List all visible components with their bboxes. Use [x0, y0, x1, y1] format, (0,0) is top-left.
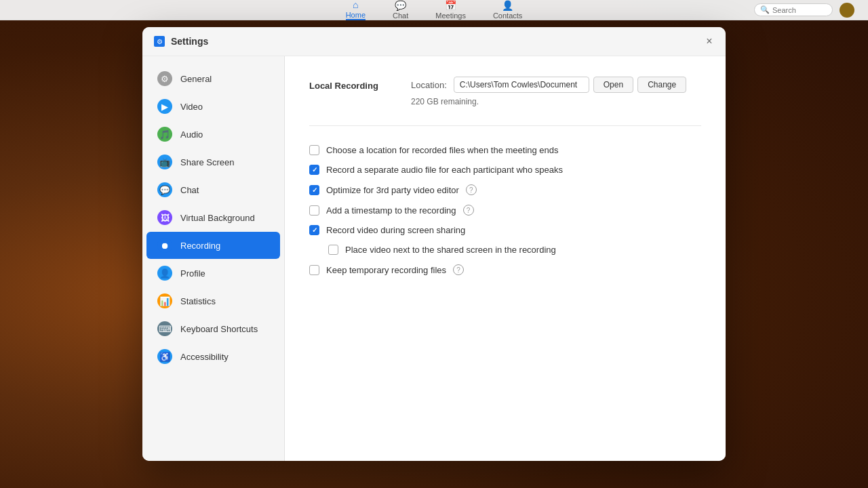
option-label-optimize-3rd-party: Optimize for 3rd party video editor: [326, 185, 459, 195]
settings-sidebar: ⚙General▶Video🎵Audio📺Share Screen💬Chat🖼V…: [142, 56, 285, 461]
checkbox-separate-audio[interactable]: [309, 165, 319, 175]
location-row: Location: Open Change 220 GB remaining.: [411, 77, 686, 106]
sidebar-label-virtual-background: Virtual Background: [180, 213, 255, 223]
settings-content: Local Recording Location: Open Change 22…: [285, 56, 726, 461]
location-input[interactable]: [454, 77, 589, 93]
sidebar-label-statistics: Statistics: [180, 296, 216, 306]
close-button[interactable]: ×: [703, 35, 716, 48]
option-label-choose-location: Choose a location for recorded files whe…: [326, 145, 559, 155]
option-row-place-video-next: Place video next to the shared screen in…: [328, 245, 701, 255]
sidebar-item-audio[interactable]: 🎵Audio: [146, 121, 280, 148]
settings-title-icon: ⚙: [153, 35, 165, 47]
sidebar-item-accessibility[interactable]: ♿Accessibility: [146, 343, 280, 370]
option-row-optimize-3rd-party: Optimize for 3rd party video editor?: [309, 184, 701, 195]
sidebar-item-share-screen[interactable]: 📺Share Screen: [146, 148, 280, 176]
option-row-record-during-sharing: Record video during screen sharing: [309, 225, 701, 235]
modal-title: Settings: [171, 36, 208, 47]
help-icon-optimize-3rd-party[interactable]: ?: [466, 184, 477, 195]
option-row-add-timestamp: Add a timestamp to the recording?: [309, 205, 701, 216]
location-label: Location:: [411, 80, 447, 90]
sidebar-label-share-screen: Share Screen: [180, 157, 235, 167]
local-recording-header: Local Recording Location: Open Change 22…: [309, 77, 701, 106]
sidebar-label-audio: Audio: [180, 129, 203, 140]
sidebar-icon-statistics: 📊: [157, 293, 172, 308]
option-label-separate-audio: Record a separate audio file for each pa…: [326, 165, 563, 175]
svg-text:⚙: ⚙: [157, 38, 163, 45]
sidebar-item-recording[interactable]: ⏺Recording: [146, 232, 280, 259]
help-icon-keep-temp-files[interactable]: ?: [453, 264, 464, 275]
local-recording-label: Local Recording: [309, 77, 397, 91]
checkbox-keep-temp-files[interactable]: [309, 265, 319, 275]
option-row-keep-temp-files: Keep temporary recording files?: [309, 264, 701, 275]
option-label-place-video-next: Place video next to the shared screen in…: [345, 245, 556, 255]
checkbox-record-during-sharing[interactable]: [309, 225, 319, 235]
sidebar-label-video: Video: [180, 102, 203, 112]
sidebar-item-general[interactable]: ⚙General: [146, 65, 280, 92]
sidebar-icon-audio: 🎵: [157, 127, 172, 142]
option-label-add-timestamp: Add a timestamp to the recording: [326, 205, 456, 216]
recording-section: Local Recording Location: Open Change 22…: [309, 77, 701, 275]
modal-titlebar: ⚙ Settings ×: [142, 27, 726, 56]
sidebar-item-profile[interactable]: 👤Profile: [146, 260, 280, 287]
location-controls: Location: Open Change: [411, 77, 686, 93]
sidebar-label-profile: Profile: [180, 268, 205, 279]
options-list: Choose a location for recorded files whe…: [309, 145, 701, 275]
sidebar-icon-virtual-background: 🖼: [157, 210, 172, 225]
checkbox-choose-location[interactable]: [309, 145, 319, 155]
sidebar-item-chat[interactable]: 💬Chat: [146, 176, 280, 203]
sidebar-label-recording: Recording: [180, 241, 220, 251]
option-row-choose-location: Choose a location for recorded files whe…: [309, 145, 701, 155]
sidebar-icon-profile: 👤: [157, 266, 172, 281]
checkbox-optimize-3rd-party[interactable]: [309, 185, 319, 195]
sidebar-icon-accessibility: ♿: [157, 349, 172, 364]
sidebar-icon-share-screen: 📺: [157, 155, 172, 169]
sidebar-label-chat: Chat: [180, 185, 199, 195]
sidebar-icon-general: ⚙: [157, 71, 172, 86]
sidebar-item-virtual-background[interactable]: 🖼Virtual Background: [146, 204, 280, 231]
sidebar-label-keyboard-shortcuts: Keyboard Shortcuts: [180, 324, 258, 334]
sidebar-label-general: General: [180, 74, 212, 84]
checkbox-add-timestamp[interactable]: [309, 205, 319, 216]
open-button[interactable]: Open: [593, 77, 633, 93]
modal-body: ⚙General▶Video🎵Audio📺Share Screen💬Chat🖼V…: [142, 56, 726, 461]
option-label-record-during-sharing: Record video during screen sharing: [326, 225, 465, 235]
option-row-separate-audio: Record a separate audio file for each pa…: [309, 165, 701, 175]
sidebar-icon-recording: ⏺: [157, 238, 172, 253]
sidebar-item-video[interactable]: ▶Video: [146, 93, 280, 120]
settings-modal: ⚙ Settings × ⚙General▶Video🎵Audio📺Share …: [142, 27, 726, 461]
sidebar-icon-video: ▶: [157, 99, 172, 114]
help-icon-add-timestamp[interactable]: ?: [463, 205, 474, 216]
sidebar-item-statistics[interactable]: 📊Statistics: [146, 287, 280, 314]
sidebar-icon-chat: 💬: [157, 182, 172, 197]
sidebar-label-accessibility: Accessibility: [180, 352, 229, 362]
storage-info: 220 GB remaining.: [411, 97, 686, 106]
option-label-keep-temp-files: Keep temporary recording files: [326, 265, 446, 275]
checkbox-place-video-next[interactable]: [328, 245, 338, 255]
divider: [309, 125, 701, 126]
sidebar-icon-keyboard-shortcuts: ⌨: [157, 321, 172, 336]
modal-overlay: ⚙ Settings × ⚙General▶Video🎵Audio📺Share …: [0, 0, 868, 488]
change-button[interactable]: Change: [637, 77, 686, 93]
sidebar-item-keyboard-shortcuts[interactable]: ⌨Keyboard Shortcuts: [146, 315, 280, 342]
